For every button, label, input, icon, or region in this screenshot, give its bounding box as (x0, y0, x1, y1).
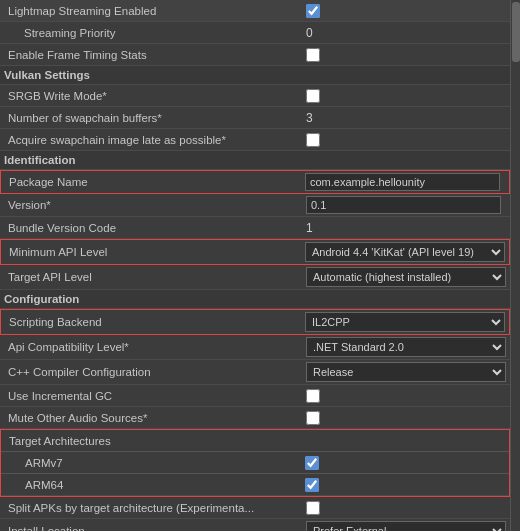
swapchain-buffers-row: Number of swapchain buffers* 3 (0, 107, 510, 129)
arm64-row: ARM64 (1, 474, 509, 496)
version-value-panel (306, 196, 506, 214)
minimum-api-row: Minimum API Level Android 4.4 'KitKat' (… (0, 239, 510, 265)
armv7-label: ARMv7 (5, 457, 305, 469)
arm64-checkbox-cell (305, 478, 505, 492)
cpp-compiler-select[interactable]: Release (306, 362, 506, 382)
srgb-write-label: SRGB Write Mode* (4, 90, 306, 102)
frame-timing-checkbox-cell (306, 48, 506, 62)
armv7-checkbox-cell (305, 456, 505, 470)
split-apks-checkbox-cell (306, 501, 506, 515)
cpp-compiler-row: C++ Compiler Configuration Release (0, 360, 510, 385)
package-name-row: Package Name (0, 170, 510, 194)
configuration-header: Configuration (0, 290, 510, 309)
arm64-label: ARM64 (5, 479, 305, 491)
minimum-api-select[interactable]: Android 4.4 'KitKat' (API level 19) (305, 242, 505, 262)
identification-header: Identification (0, 151, 510, 170)
bundle-version-label: Bundle Version Code (4, 222, 306, 234)
target-api-label: Target API Level (4, 271, 306, 283)
streaming-priority-row: Streaming Priority 0 (0, 22, 510, 44)
arm64-checkbox[interactable] (305, 478, 319, 492)
version-row: Version* (0, 194, 510, 217)
settings-panel: Lightmap Streaming Enabled Streaming Pri… (0, 0, 520, 531)
target-api-value-panel: Automatic (highest installed) (306, 267, 506, 287)
srgb-checkbox-cell (306, 89, 506, 103)
frame-timing-label: Enable Frame Timing Stats (4, 49, 306, 61)
incremental-gc-checkbox[interactable] (306, 389, 320, 403)
acquire-swapchain-label: Acquire swapchain image late as possible… (4, 134, 306, 146)
srgb-write-row: SRGB Write Mode* (0, 85, 510, 107)
bundle-version-value: 1 (306, 221, 313, 235)
lightmap-streaming-checkbox[interactable] (306, 4, 320, 18)
streaming-priority-label: Streaming Priority (4, 27, 306, 39)
package-name-value-panel (305, 173, 505, 191)
scripting-backend-label: Scripting Backend (5, 316, 305, 328)
api-compat-row: Api Compatibility Level* .NET Standard 2… (0, 335, 510, 360)
incremental-gc-label: Use Incremental GC (4, 390, 306, 402)
scripting-backend-row: Scripting Backend IL2CPP (0, 309, 510, 335)
split-apks-label: Split APKs by target architecture (Exper… (4, 502, 306, 514)
frame-timing-row: Enable Frame Timing Stats (0, 44, 510, 66)
scroll-thumb[interactable] (512, 2, 520, 62)
api-compat-label: Api Compatibility Level* (4, 341, 306, 353)
minimum-api-label: Minimum API Level (5, 246, 305, 258)
target-api-select[interactable]: Automatic (highest installed) (306, 267, 506, 287)
install-location-label: Install Location (4, 525, 306, 531)
api-compat-value-panel: .NET Standard 2.0 (306, 337, 506, 357)
mute-audio-row: Mute Other Audio Sources* (0, 407, 510, 429)
scripting-backend-value-panel: IL2CPP (305, 312, 505, 332)
bundle-version-row: Bundle Version Code 1 (0, 217, 510, 239)
acquire-swapchain-checkbox[interactable] (306, 133, 320, 147)
api-compat-select[interactable]: .NET Standard 2.0 (306, 337, 506, 357)
split-apks-row: Split APKs by target architecture (Exper… (0, 497, 510, 519)
mute-audio-checkbox-cell (306, 411, 506, 425)
srgb-checkbox[interactable] (306, 89, 320, 103)
version-input[interactable] (306, 196, 501, 214)
lightmap-streaming-label: Lightmap Streaming Enabled (4, 5, 306, 17)
lightmap-streaming-row: Lightmap Streaming Enabled (0, 0, 510, 22)
streaming-priority-value: 0 (306, 26, 313, 40)
target-arch-label: Target Architectures (5, 435, 305, 447)
swapchain-value: 3 (306, 111, 313, 125)
armv7-checkbox[interactable] (305, 456, 319, 470)
mute-audio-checkbox[interactable] (306, 411, 320, 425)
version-label: Version* (4, 199, 306, 211)
install-location-row: Install Location Prefer External (0, 519, 510, 531)
swapchain-value-panel: 3 (306, 111, 506, 125)
target-api-row: Target API Level Automatic (highest inst… (0, 265, 510, 290)
target-architectures-block: Target Architectures ARMv7 ARM64 (0, 429, 510, 497)
minimum-api-value-panel: Android 4.4 'KitKat' (API level 19) (305, 242, 505, 262)
acquire-swapchain-checkbox-cell (306, 133, 506, 147)
scrollbar[interactable] (510, 0, 520, 531)
acquire-swapchain-row: Acquire swapchain image late as possible… (0, 129, 510, 151)
cpp-compiler-value-panel: Release (306, 362, 506, 382)
incremental-gc-checkbox-cell (306, 389, 506, 403)
frame-timing-checkbox[interactable] (306, 48, 320, 62)
mute-audio-label: Mute Other Audio Sources* (4, 412, 306, 424)
scripting-backend-select[interactable]: IL2CPP (305, 312, 505, 332)
main-content: Lightmap Streaming Enabled Streaming Pri… (0, 0, 510, 531)
vulkan-settings-header: Vulkan Settings (0, 66, 510, 85)
incremental-gc-row: Use Incremental GC (0, 385, 510, 407)
package-name-input[interactable] (305, 173, 500, 191)
install-location-select[interactable]: Prefer External (306, 521, 506, 531)
package-name-label: Package Name (5, 176, 305, 188)
armv7-row: ARMv7 (1, 452, 509, 474)
lightmap-streaming-checkbox-cell (306, 4, 506, 18)
split-apks-checkbox[interactable] (306, 501, 320, 515)
cpp-compiler-label: C++ Compiler Configuration (4, 366, 306, 378)
swapchain-buffers-label: Number of swapchain buffers* (4, 112, 306, 124)
bundle-version-value-panel: 1 (306, 221, 506, 235)
install-location-value-panel: Prefer External (306, 521, 506, 531)
streaming-priority-value-panel: 0 (306, 26, 506, 40)
target-arch-header-row: Target Architectures (1, 430, 509, 452)
